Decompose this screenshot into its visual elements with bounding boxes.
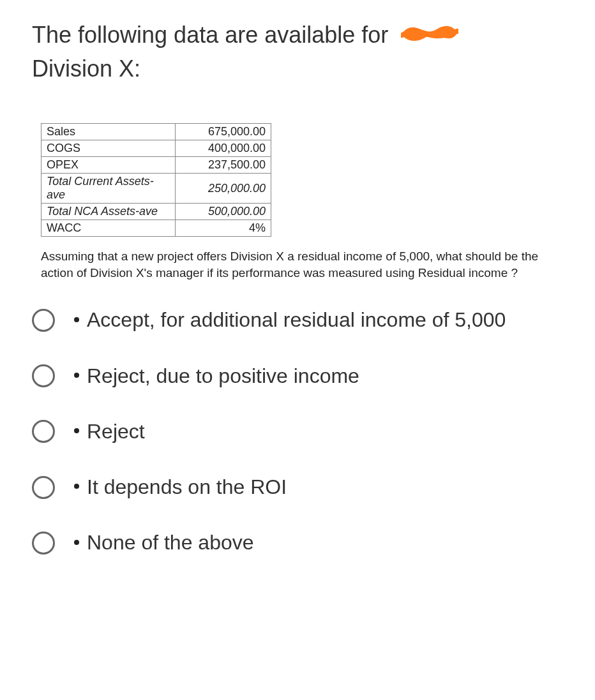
option-label: Reject, due to positive income [87,364,359,387]
table-row: WACC4% [41,220,271,237]
option-label: Accept, for additional residual income o… [87,308,506,331]
table-cell-label: OPEX [41,157,176,174]
bullet-icon [74,428,79,433]
radio-button[interactable] [32,420,55,443]
table-cell-value: 500,000.00 [176,204,271,220]
table-cell-value: 4% [176,220,271,237]
table-row: Total NCA Assets-ave500,000.00 [41,204,271,220]
option-label: Reject [87,420,145,443]
option-row: Reject, due to positive income [32,362,563,390]
question-heading: The following data are available for Div… [32,19,563,85]
heading-text-2: Division X: [32,56,140,82]
options-group: Accept, for additional residual income o… [32,306,563,556]
data-table: Sales675,000.00COGS400,000.00OPEX237,500… [41,123,271,237]
table-cell-label: Total Current Assets-ave [41,174,176,204]
heading-text-1: The following data are available for [32,22,388,48]
table-row: Total Current Assets-ave250,000.00 [41,174,271,204]
option-text: Accept, for additional residual income o… [74,306,506,334]
option-row: Accept, for additional residual income o… [32,306,563,334]
table-cell-value: 400,000.00 [176,140,271,157]
option-row: It depends on the ROI [32,473,563,501]
option-row: None of the above [32,529,563,556]
option-text: It depends on the ROI [74,473,287,501]
table-row: OPEX237,500.00 [41,157,271,174]
bullet-icon [74,484,79,489]
table-row: Sales675,000.00 [41,124,271,140]
option-label: None of the above [87,531,254,554]
option-text: None of the above [74,529,254,556]
table-cell-label: COGS [41,140,176,157]
table-cell-value: 675,000.00 [176,124,271,140]
table-cell-value: 250,000.00 [176,174,271,204]
table-cell-label: Sales [41,124,176,140]
radio-button[interactable] [32,309,55,332]
table-cell-label: Total NCA Assets-ave [41,204,176,220]
table-cell-value: 237,500.00 [176,157,271,174]
option-text: Reject [74,418,145,445]
data-section: Sales675,000.00COGS400,000.00OPEX237,500… [41,123,563,281]
radio-button[interactable] [32,532,55,555]
bullet-icon [74,540,79,545]
option-row: Reject [32,418,563,445]
radio-button[interactable] [32,476,55,499]
option-text: Reject, due to positive income [74,362,359,390]
option-label: It depends on the ROI [87,475,287,498]
bullet-icon [74,373,79,378]
redaction-scribble [401,20,458,52]
bullet-icon [74,317,79,322]
table-row: COGS400,000.00 [41,140,271,157]
assumption-text: Assuming that a new project offers Divis… [41,248,563,281]
radio-button[interactable] [32,364,55,387]
data-table-body: Sales675,000.00COGS400,000.00OPEX237,500… [41,124,271,237]
table-cell-label: WACC [41,220,176,237]
